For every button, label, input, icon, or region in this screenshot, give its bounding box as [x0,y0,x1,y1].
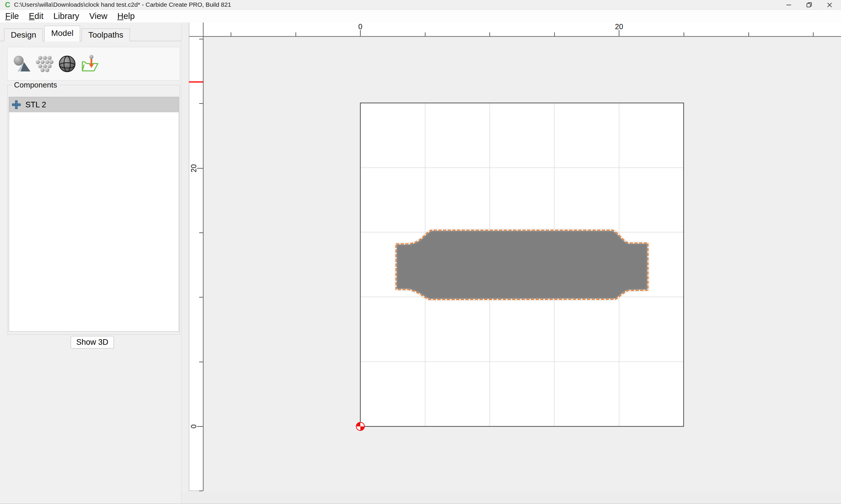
model-shape-fill[interactable] [396,230,648,300]
left-ruler-label: 0 [190,425,198,429]
plus-icon [12,100,21,110]
ruler-red-marker [189,82,203,83]
component-item-label: STL 2 [25,100,46,109]
components-group: Components STL 2 [7,85,180,335]
canvas-lower-strip [181,491,841,504]
menu-file[interactable]: File [0,11,24,21]
window-title: C:\Users\willa\Downloads\clock hand test… [14,1,231,8]
model-toolbar [7,47,180,80]
menu-help[interactable]: Help [113,11,140,21]
component-item-stl2[interactable]: STL 2 [9,97,179,112]
top-ruler[interactable] [189,22,841,36]
modeling-canvas[interactable]: 020200 [181,22,841,504]
sphere-icon[interactable] [58,55,76,73]
top-ruler-label: 0 [358,22,362,31]
panel-tabs: Design Model Toolpaths [4,25,132,41]
shape-array-icon[interactable] [35,55,54,73]
carbide-create-window: { "window": { "title": "C:\\Users\\willa… [0,0,841,504]
menu-bar: File Edit Library View Help [0,10,841,22]
close-icon [826,2,833,8]
left-ruler-label: 20 [190,164,198,173]
minimize-button[interactable] [778,0,799,10]
title-bar: C C:\Users\willa\Downloads\clock hand te… [0,0,841,10]
add-shape-icon[interactable] [12,55,31,73]
components-group-title: Components [12,80,59,90]
menu-view[interactable]: View [84,11,112,21]
minimize-icon [786,2,792,8]
left-ruler[interactable] [189,22,204,491]
import-stl-icon[interactable] [81,55,99,73]
restore-button[interactable] [799,0,819,10]
menu-edit[interactable]: Edit [24,11,49,21]
tab-design[interactable]: Design [4,29,43,41]
show-3d-button[interactable]: Show 3D [71,336,114,348]
left-panel: Design Model Toolpaths [0,22,181,504]
tab-toolpaths[interactable]: Toolpaths [82,29,130,41]
tab-model[interactable]: Model [45,26,80,41]
app-logo-icon: C [4,1,11,8]
menu-library[interactable]: Library [49,11,84,21]
top-ruler-label: 20 [615,22,623,31]
restore-down-icon [806,2,812,8]
components-list[interactable]: STL 2 [9,97,179,331]
close-button[interactable] [819,0,840,10]
window-controls [778,0,840,10]
